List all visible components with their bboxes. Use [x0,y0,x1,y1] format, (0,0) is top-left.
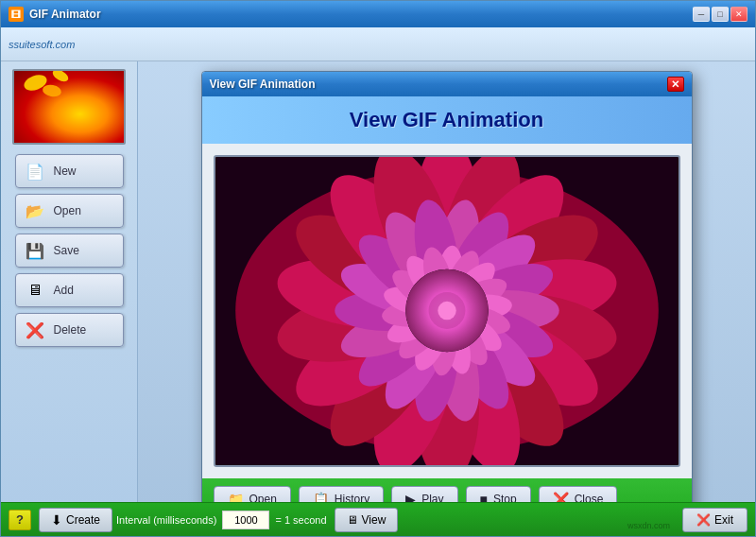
help-button[interactable]: ? [9,510,31,530]
minimize-button[interactable]: ─ [693,7,710,22]
close-btn-icon: ❌ [553,492,569,502]
toolbar: ssuitesoft.com [1,27,755,61]
dialog-header: View GIF Animation [202,96,692,144]
create-button[interactable]: ⬇ Create [39,508,112,532]
window-controls: ─ □ ✕ [693,7,747,22]
dialog-open-label: Open [249,493,277,502]
dialog-history-button[interactable]: 📋 History [299,486,384,502]
new-button[interactable]: 📄 New [15,154,124,188]
animation-thumbnail [12,69,126,145]
main-content: 📄 New 📂 Open 💾 Save 🖥 Add ❌ Delete [1,61,755,502]
dialog-stop-button[interactable]: ■ Stop [466,486,531,502]
save-label: Save [54,244,79,257]
create-icon: ⬇ [51,512,62,528]
view-icon: 🖥 [347,513,358,527]
svg-point-59 [438,302,455,320]
view-label: View [362,513,387,527]
new-icon: 📄 [24,160,46,182]
stop-btn-icon: ■ [480,492,488,502]
dialog-close-button[interactable]: ✕ [667,77,684,92]
dialog-play-button[interactable]: ▶ Play [391,486,457,502]
dialog-open-button[interactable]: 📁 Open [214,486,291,502]
add-label: Add [54,284,74,297]
exit-label: Exit [714,513,733,527]
sidebar: 📄 New 📂 Open 💾 Save 🖥 Add ❌ Delete [1,61,138,502]
exit-button[interactable]: ❌ Exit [682,508,747,532]
history-btn-icon: 📋 [313,492,329,502]
title-bar: 🎞 GIF Animator ─ □ ✕ [1,1,755,27]
dialog-toolbar: 📁 Open 📋 History ▶ Play ■ [202,478,692,502]
interval-label: Interval (milliseconds) [116,514,216,526]
interval-suffix: = 1 second [275,514,326,526]
add-icon: 🖥 [24,279,46,302]
interval-section: Interval (milliseconds) = 1 second [116,511,327,529]
app-window: 🎞 GIF Animator ─ □ ✕ ssuitesoft.com [0,0,756,537]
maximize-button[interactable]: □ [712,7,729,22]
dialog-title: View GIF Animation [210,78,667,91]
status-bar: ? ⬇ Create Interval (milliseconds) = 1 s… [1,502,755,536]
dialog-close-dialog-button[interactable]: ❌ Close [539,486,618,502]
open-button[interactable]: 📂 Open [15,194,124,228]
thumbnail-image [14,71,124,143]
app-title: GIF Animator [29,8,693,21]
delete-button[interactable]: ❌ Delete [15,313,124,347]
open-btn-icon: 📁 [228,492,244,502]
delete-label: Delete [54,323,87,337]
dialog-stop-label: Stop [493,493,517,502]
brand-label: ssuitesoft.com [9,39,75,50]
dialog-title-bar: View GIF Animation ✕ [202,72,692,96]
dialog-play-label: Play [421,493,443,502]
exit-icon: ❌ [696,513,711,527]
add-button[interactable]: 🖥 Add [15,273,124,307]
close-button[interactable]: ✕ [730,7,747,22]
content-area: View GIF Animation ✕ View GIF Animation [138,61,755,502]
watermark: wsxdn.com [627,521,670,530]
interval-input[interactable] [222,511,269,529]
save-button[interactable]: 💾 Save [15,234,124,268]
save-icon: 💾 [24,239,46,262]
view-gif-dialog: View GIF Animation ✕ View GIF Animation [201,71,693,502]
dialog-history-label: History [335,493,369,502]
view-button[interactable]: 🖥 View [335,508,399,532]
app-icon: 🎞 [9,7,24,22]
create-label: Create [66,513,100,527]
dialog-image-area [202,144,692,478]
dialog-header-title: View GIF Animation [350,108,543,131]
dialog-overlay: View GIF Animation ✕ View GIF Animation [138,61,755,502]
dialog-close-label: Close [575,493,604,502]
open-label: Open [54,204,81,217]
animation-frame [214,155,680,467]
play-btn-icon: ▶ [405,492,416,502]
open-icon: 📂 [24,199,46,222]
delete-icon: ❌ [24,319,46,341]
flower-image [215,157,679,465]
new-label: New [54,165,77,178]
